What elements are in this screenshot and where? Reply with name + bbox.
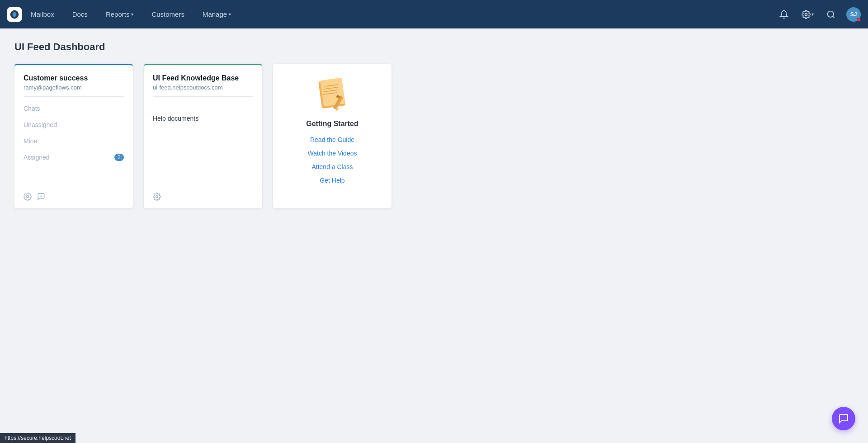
card1-new-conversation-icon[interactable] [37, 193, 45, 203]
gs-link-attend-class[interactable]: Attend a Class [308, 163, 357, 170]
nav-links: Mailbox Docs Reports ▾ Customers Manage … [22, 0, 776, 28]
avatar-notification-dot [857, 18, 861, 22]
card2-footer [144, 187, 262, 208]
notifications-button[interactable] [776, 6, 792, 23]
notebook-illustration [312, 76, 353, 113]
nav-customers[interactable]: Customers [142, 0, 193, 28]
card1-link-chats[interactable]: Chats [14, 100, 133, 117]
card1-link-unassigned[interactable]: Unassigned [14, 117, 133, 133]
page-title: UI Feed Dashboard [14, 41, 854, 53]
gs-link-read-guide[interactable]: Read the Guide [308, 136, 357, 143]
assigned-badge: 2 [114, 154, 124, 161]
card2-subtitle: ui-feed.helpscoutdocs.com [153, 84, 253, 91]
svg-point-0 [805, 13, 807, 15]
gs-link-watch-videos[interactable]: Watch the Videos [308, 150, 357, 157]
card2-body: Help documents [144, 97, 262, 187]
knowledge-base-card: UI Feed Knowledge Base ui-feed.helpscout… [144, 64, 262, 208]
getting-started-title: Getting Started [306, 120, 359, 128]
svg-point-3 [27, 196, 29, 198]
nav-manage[interactable]: Manage ▾ [193, 0, 240, 28]
card1-link-assigned[interactable]: Assigned 2 [14, 149, 133, 165]
svg-rect-8 [320, 78, 345, 107]
card1-title: Customer success [24, 74, 124, 82]
card1-subtitle: ramy@pageflows.com [24, 84, 124, 91]
card2-settings-icon[interactable] [153, 193, 161, 203]
page-content: UI Feed Dashboard Customer success ramy@… [0, 28, 868, 221]
nav-reports[interactable]: Reports ▾ [97, 0, 143, 28]
gs-link-get-help[interactable]: Get Help [308, 177, 357, 184]
card1-links: Chats Unassigned Mine Assigned 2 [14, 97, 133, 187]
avatar[interactable]: SJ [846, 7, 861, 22]
chat-button[interactable] [832, 407, 855, 430]
card1-footer [14, 187, 133, 208]
manage-chevron-icon: ▾ [229, 12, 231, 17]
svg-point-6 [156, 196, 158, 198]
getting-started-card: Getting Started Read the Guide Watch the… [273, 64, 392, 208]
customer-success-card: Customer success ramy@pageflows.com Chat… [14, 64, 133, 208]
cards-row: Customer success ramy@pageflows.com Chat… [14, 64, 854, 208]
card1-settings-icon[interactable] [24, 193, 32, 203]
card1-header: Customer success ramy@pageflows.com [14, 65, 133, 96]
nav-right: ▾ SJ [776, 6, 861, 23]
status-bar: https://secure.helpscout.net [0, 433, 75, 443]
settings-chevron-icon: ▾ [811, 12, 814, 17]
card2-section-label[interactable]: Help documents [153, 115, 253, 122]
card1-link-mine[interactable]: Mine [14, 133, 133, 149]
logo[interactable] [7, 7, 22, 22]
reports-chevron-icon: ▾ [131, 12, 133, 17]
nav-mailbox[interactable]: Mailbox [22, 0, 63, 28]
card2-header: UI Feed Knowledge Base ui-feed.helpscout… [144, 65, 262, 96]
search-button[interactable] [823, 6, 839, 23]
svg-line-2 [833, 16, 835, 18]
main-nav: Mailbox Docs Reports ▾ Customers Manage … [0, 0, 868, 28]
card2-title: UI Feed Knowledge Base [153, 74, 253, 82]
settings-button[interactable]: ▾ [799, 6, 816, 23]
getting-started-links: Read the Guide Watch the Videos Attend a… [308, 136, 357, 184]
svg-point-1 [828, 11, 834, 17]
nav-docs[interactable]: Docs [63, 0, 97, 28]
